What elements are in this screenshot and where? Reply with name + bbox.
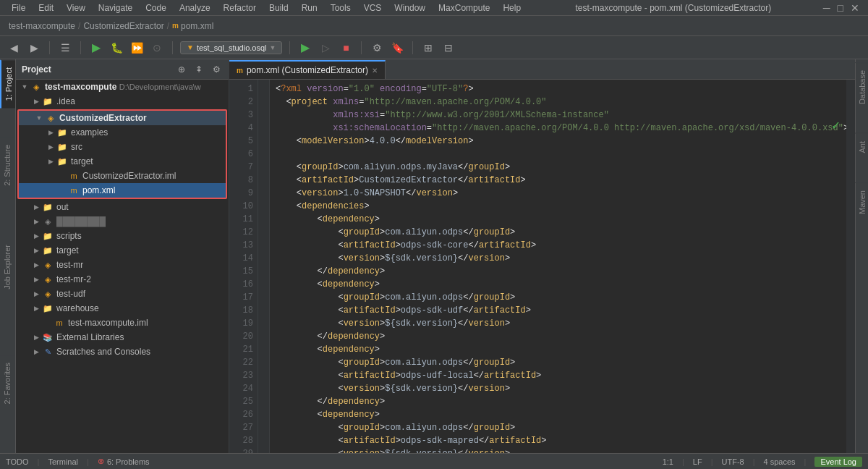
editor-tab-pom[interactable]: m pom.xml (CustomizedExtractor) ✕ [229,60,386,79]
iml-file-icon: m [68,170,80,182]
tree-iml-label: CustomizedExtractor.iml [82,171,176,181]
sidebar-tab-favorites[interactable]: 2: Favorites [0,355,15,411]
collapse-all-btn[interactable]: ⇞ [192,63,205,76]
test-udf-arrow: ▶ [30,288,42,300]
tree-item-pom[interactable]: ▶ m pom.xml [19,183,226,198]
layout-btn[interactable]: ⊟ [441,40,456,56]
menu-view[interactable]: View [61,1,91,14]
tree-item-warehouse[interactable]: ▶ 📁 warehouse [16,301,229,316]
nav-forward-btn[interactable]: ▶ [26,40,42,56]
coverage-btn[interactable]: ⏩ [129,40,145,56]
tree-item-target-inner[interactable]: ▶ 📁 target [19,154,226,169]
toolbar: ◀ ▶ ☰ ▶ 🐛 ⏩ ⊙ ▼ test_sql_studio.osql ▼ ▶… [0,36,868,59]
tree-item-target-outer[interactable]: ▶ 📁 target [16,243,229,258]
sidebar-tab-project[interactable]: 1: Project [0,59,15,108]
toolbar-separator-4 [289,41,290,54]
close-button[interactable]: ✕ [848,2,862,14]
menu-edit[interactable]: Edit [33,1,59,14]
editor-scrollbar[interactable] [846,80,855,453]
menu-navigate[interactable]: Navigate [93,1,138,14]
maximize-button[interactable]: □ [835,2,846,14]
indent-indicator[interactable]: 4 spaces [764,457,796,466]
problems-btn[interactable]: ⊗ 6: Problems [98,457,150,466]
debug-btn[interactable]: 🐛 [109,40,124,56]
tree-item-customized[interactable]: ▼ ◈ CustomizedExtractor [19,111,226,125]
tree-src-label: src [71,142,82,152]
menu-run[interactable]: Run [296,1,323,14]
line-ending-indicator[interactable]: LF [693,457,702,466]
sidebar-tab-structure[interactable]: 2: Structure [0,137,15,193]
test-mr-2-module-icon: ◈ [42,274,54,285]
sidebar-tab-maven[interactable]: Maven [855,182,869,221]
tree-item-out[interactable]: ▶ 📁 out [16,200,229,214]
tree-item-test-mr-2[interactable]: ▶ ◈ test-mr-2 [16,272,229,287]
encoding-indicator[interactable]: UTF-8 [722,457,744,466]
sidebar-tab-ant[interactable]: Ant [855,133,869,161]
tree-warehouse-label: warehouse [56,303,99,313]
menu-code[interactable]: Code [140,1,172,14]
event-log-btn[interactable]: Event Log [814,457,862,467]
tree-item-test-mr[interactable]: ▶ ◈ test-mr [16,258,229,272]
warehouse-arrow: ▶ [30,303,42,314]
tree-item-iml[interactable]: ▶ m CustomizedExtractor.iml [19,169,226,183]
tree-item-src[interactable]: ▶ 📁 src [19,140,226,154]
status-sep-5: | [753,457,755,466]
sql-config-selector[interactable]: ▼ test_sql_studio.osql ▼ [180,41,282,54]
terminal-btn[interactable]: Terminal [48,457,78,466]
breadcrumb-file[interactable]: m pom.xml [172,21,213,31]
menu-file[interactable]: File [6,1,31,14]
tree-target-inner-label: target [71,156,93,166]
sidebar-tab-jobexplorer[interactable]: Job Explorer [0,237,15,297]
menu-window[interactable]: Window [388,1,431,14]
recent-files-btn[interactable]: ☰ [57,40,73,56]
profile-btn[interactable]: ⊙ [149,40,165,56]
scripts-folder-icon: 📁 [42,230,54,242]
settings-btn[interactable]: ⚙ [369,40,385,56]
target-inner-arrow: ▶ [45,156,56,167]
tree-item-idea[interactable]: ▶ 📁 .idea [16,94,229,109]
panel-settings-btn[interactable]: ⚙ [210,63,223,76]
menu-vcs[interactable]: VCS [358,1,388,14]
root-arrow: ▼ [19,81,30,93]
warehouse-folder-icon: 📁 [42,303,54,314]
nav-back-btn[interactable]: ◀ [6,40,22,56]
menu-tools[interactable]: Tools [325,1,357,14]
tab-close-btn[interactable]: ✕ [372,67,378,75]
debug-config-btn[interactable]: ▷ [318,40,333,56]
ext-libs-arrow: ▶ [30,331,42,343]
todo-label: TODO [6,457,29,466]
code-editor: 1234567891011121314151617181920212223242… [229,80,855,453]
breadcrumb-module[interactable]: CustomizedExtractor [83,21,163,31]
tree-item-scratches[interactable]: ▶ ✎ Scratches and Consoles [16,345,229,359]
toolbar-separator-5 [361,41,362,54]
menu-analyze[interactable]: Analyze [174,1,216,14]
bookmark-btn[interactable]: 🔖 [389,40,405,56]
project-panel-header: Project ⊕ ⇞ ⚙ [16,59,229,80]
run-button[interactable]: ▶ [88,40,104,56]
tree-item-scripts[interactable]: ▶ 📁 scripts [16,229,229,243]
ext-libs-icon: 📚 [42,331,54,343]
tree-item-ext-libs[interactable]: ▶ 📚 External Libraries [16,330,229,345]
sidebar-tab-database[interactable]: Database [855,62,869,111]
tree-item-blurred[interactable]: ▶ ◈ ████████ [16,214,229,229]
stop-btn[interactable]: ■ [338,40,354,56]
run-config-btn[interactable]: ▶ [297,40,313,56]
menu-build[interactable]: Build [263,1,294,14]
menu-refactor[interactable]: Refactor [218,1,262,14]
todo-btn[interactable]: TODO [6,457,29,466]
frame-deactivation-btn[interactable]: ⊞ [420,40,436,56]
tree-scratches-label: Scratches and Consoles [56,347,150,357]
breadcrumb-project[interactable]: test-maxcompute [9,21,75,31]
tree-item-test-udf[interactable]: ▶ ◈ test-udf [16,287,229,301]
tree-root[interactable]: ▼ ◈ test-maxcompute D:\Development\java\… [16,80,229,94]
locate-in-tree-btn[interactable]: ⊕ [175,63,188,76]
menu-help[interactable]: Help [497,1,527,14]
tree-item-examples[interactable]: ▶ 📁 examples [19,125,226,140]
menu-maxcompute[interactable]: MaxCompute [433,1,495,14]
tree-item-root-iml[interactable]: ▶ m test-maxcompute.iml [16,316,229,330]
code-content[interactable]: <?xml version="1.0" encoding="UTF-8"?> <… [270,80,846,453]
tree-root-iml-label: test-maxcompute.iml [68,318,148,328]
toolbar-separator-3 [172,41,173,54]
tree-pom-label: pom.xml [82,185,115,195]
minimize-button[interactable]: ─ [820,2,833,14]
